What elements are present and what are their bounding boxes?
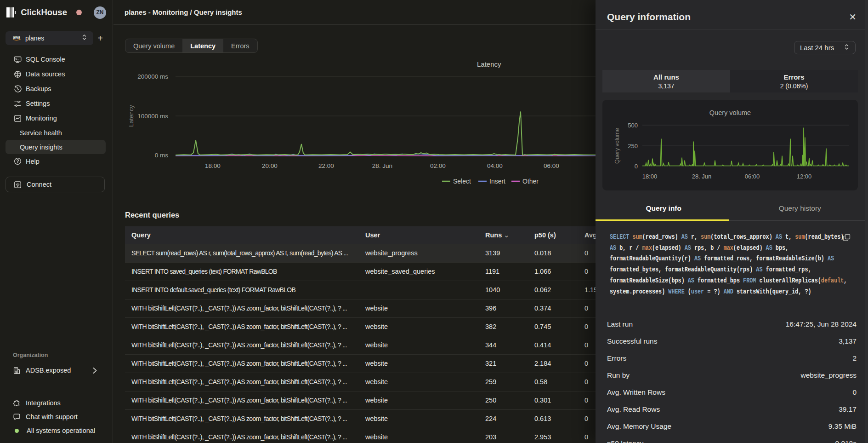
svg-text:aws: aws bbox=[13, 35, 20, 40]
svg-text:18:00: 18:00 bbox=[205, 162, 221, 169]
svg-text:0 ms: 0 ms bbox=[155, 152, 169, 159]
svg-text:250: 250 bbox=[628, 143, 638, 150]
svg-text:12:00: 12:00 bbox=[797, 173, 812, 180]
svg-text:28. Jun: 28. Jun bbox=[372, 162, 392, 169]
svg-text:04:00: 04:00 bbox=[487, 162, 503, 169]
svg-text:06:00: 06:00 bbox=[544, 162, 559, 169]
svg-text:Latency: Latency bbox=[128, 105, 135, 127]
svg-text:Insert: Insert bbox=[489, 178, 505, 185]
svg-text:06:00: 06:00 bbox=[745, 173, 760, 180]
svg-text:22:00: 22:00 bbox=[318, 162, 334, 169]
svg-text:500: 500 bbox=[628, 122, 638, 129]
svg-text:100000 ms: 100000 ms bbox=[137, 113, 168, 120]
svg-text:Select: Select bbox=[453, 178, 471, 185]
svg-text:200000 ms: 200000 ms bbox=[137, 73, 168, 80]
svg-text:Other: Other bbox=[522, 178, 539, 185]
svg-text:Query volume: Query volume bbox=[614, 128, 620, 164]
svg-text:20:00: 20:00 bbox=[262, 162, 278, 169]
svg-text:02:00: 02:00 bbox=[430, 162, 446, 169]
svg-text:28. Jun: 28. Jun bbox=[692, 173, 712, 180]
svg-text:18:00: 18:00 bbox=[642, 173, 658, 180]
svg-text:0: 0 bbox=[635, 163, 638, 170]
svg-text:Query volume: Query volume bbox=[709, 109, 751, 116]
